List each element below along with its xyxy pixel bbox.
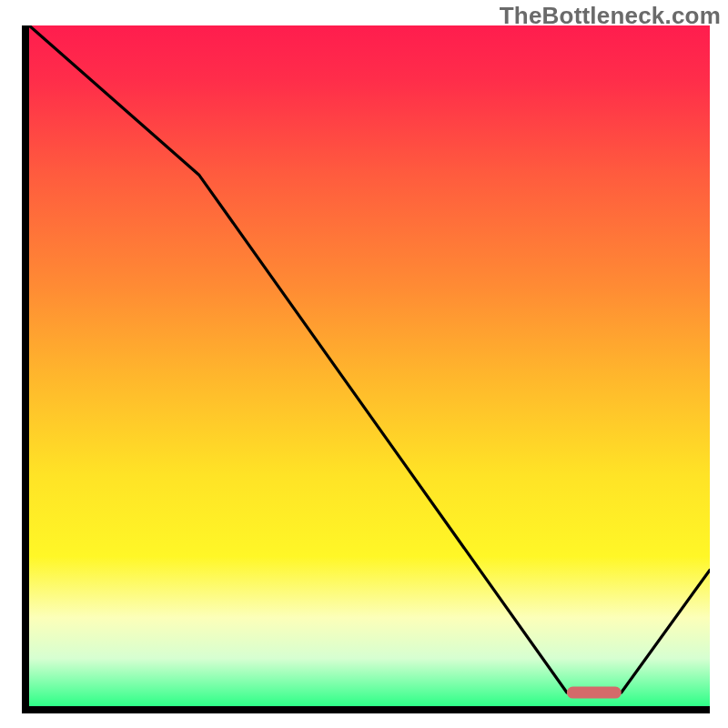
- y-axis: [22, 25, 29, 713]
- bottleneck-chart: [22, 25, 710, 713]
- x-axis: [22, 706, 710, 713]
- plot-area: [22, 25, 710, 713]
- gradient-background: [29, 25, 710, 706]
- chart-container: TheBottleneck.com: [0, 0, 728, 728]
- optimal-range-marker: [567, 687, 622, 699]
